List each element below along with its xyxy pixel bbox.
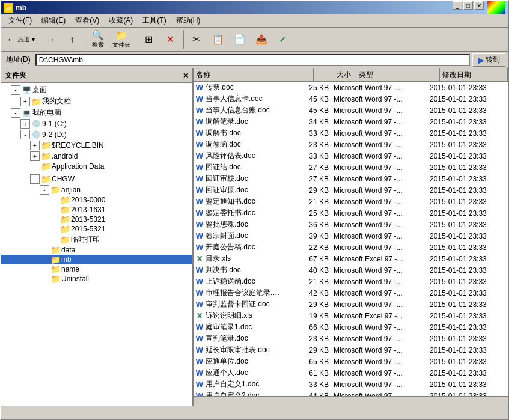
tree-item-mb[interactable]: 📁 mb (1, 255, 192, 264)
copy-button[interactable]: 📋 (208, 29, 228, 50)
search-icon: 🔍 (92, 29, 104, 41)
table-row[interactable]: W 调卷函.doc 23 KB Microsoft Word 97 -... 2… (194, 139, 508, 150)
tree-item-cdrive[interactable]: + 💿 9-1 (C:) (1, 118, 192, 129)
table-row[interactable]: W 延长审限审批表.doc 29 KB Microsoft Word 97 -.… (194, 344, 508, 356)
table-row[interactable]: W 宣判笔录.doc 23 KB Microsoft Word 97 -... … (194, 333, 508, 344)
tree-item-data[interactable]: 📁 data (1, 245, 192, 255)
horizontal-scrollbar[interactable] (194, 396, 508, 406)
folder-tree[interactable]: - 🖥️ 桌面 + 📁 我的文档 - 💻 (1, 83, 192, 406)
tree-item-2013-5321[interactable]: 📁 2013-5321 (1, 215, 192, 224)
expand-mypc[interactable]: - (11, 108, 20, 118)
tree-item-recycle[interactable]: + 📁 $RECYCLE.BIN (1, 140, 192, 151)
menu-view[interactable]: 查看(V) (70, 14, 104, 27)
file-date: 2015-01-01 23:33 (430, 300, 508, 309)
table-row[interactable]: W 鉴定通知书.doc 21 KB Microsoft Word 97 -...… (194, 196, 508, 207)
file-list[interactable]: W 传票.doc 25 KB Microsoft Word 97 -... 20… (194, 82, 508, 396)
file-type: Microsoft Word 97 -... (334, 358, 430, 366)
back-button[interactable]: ← 后退 ▼ (4, 29, 39, 50)
col-header-date[interactable]: 修改日期 (440, 68, 508, 81)
tree-item-mydocs[interactable]: + 📁 我的文档 (1, 96, 192, 107)
table-row[interactable]: W 鉴批惩殊.doc 36 KB Microsoft Word 97 -... … (194, 219, 508, 230)
expand-android[interactable]: + (30, 151, 40, 161)
file-name: 延长审限审批表.doc (206, 345, 285, 355)
menu-help[interactable]: 帮助(H) (171, 14, 206, 27)
tree-item-ddrive[interactable]: - 💿 9-2 (D:) (1, 129, 192, 140)
menu-tools[interactable]: 工具(T) (138, 14, 171, 27)
tree-item-name[interactable]: 📁 name (1, 264, 192, 274)
table-row[interactable]: W 判决书.doc 40 KB Microsoft Word 97 -... 2… (194, 264, 508, 276)
table-row[interactable]: W 回证结.doc 27 KB Microsoft Word 97 -... 2… (194, 162, 508, 173)
tree-item-2015-5321[interactable]: 📁 2015-5321 (1, 224, 192, 234)
table-row[interactable]: W 开庭公告稿.doc 22 KB Microsoft Word 97 -...… (194, 242, 508, 253)
up-button[interactable]: ↑ (62, 29, 82, 50)
cut-button[interactable]: ✂ (186, 29, 207, 50)
expand-recycle[interactable]: + (30, 141, 40, 150)
file-date: 2015-01-01 23:33 (430, 118, 508, 126)
anjian-icon: 📁 (50, 186, 60, 194)
tree-item-lsdy[interactable]: 📁 临时打印 (1, 234, 192, 245)
view-button[interactable]: ⊞ (139, 29, 159, 50)
close-button[interactable]: ✕ (474, 1, 484, 10)
forward-button[interactable]: → (40, 29, 61, 50)
table-row[interactable]: W 上诉稳送函.doc 21 KB Microsoft Word 97 -...… (194, 276, 508, 287)
col-header-type[interactable]: 类型 (356, 68, 440, 81)
tree-item-chgw[interactable]: - 📁 CHGW (1, 174, 192, 184)
menu-file[interactable]: 文件(F) (4, 14, 37, 27)
expand-ddrive[interactable]: - (20, 130, 30, 139)
uninstall-icon: 📁 (50, 275, 60, 283)
maximize-button[interactable]: □ (463, 1, 473, 10)
panel-close-button[interactable]: ✕ (183, 72, 189, 80)
paste-button[interactable]: 📄 (230, 29, 250, 50)
table-row[interactable]: W 调解笔录.doc 34 KB Microsoft Word 97 -... … (194, 116, 508, 127)
col-header-name[interactable]: 名称 (194, 68, 314, 81)
table-row[interactable]: W 审判监督卡回证.doc 29 KB Microsoft Word 97 -.… (194, 299, 508, 310)
expand-desktop[interactable]: - (11, 85, 20, 95)
expand-cdrive[interactable]: + (20, 119, 30, 129)
table-row[interactable]: W 应通单位.doc 65 KB Microsoft Word 97 -... … (194, 356, 508, 367)
table-row[interactable]: W 用户自定义1.doc 33 KB Microsoft Word 97 -..… (194, 379, 508, 390)
tree-item-2013-1631[interactable]: 📁 2013-1631 (1, 205, 192, 215)
table-row[interactable]: W 回证审核.doc 27 KB Microsoft Word 97 -... … (194, 173, 508, 184)
tree-item-android[interactable]: + 📁 .android (1, 151, 192, 162)
tree-item-mypc[interactable]: - 💻 我的电脑 (1, 107, 192, 118)
address-input[interactable] (35, 54, 470, 66)
table-row[interactable]: W 鉴定委托书.doc 25 KB Microsoft Word 97 -...… (194, 207, 508, 219)
table-row[interactable]: X 目录.xls 67 KB Microsoft Excel 97 -... 2… (194, 253, 508, 264)
folder-button[interactable]: 📁 文件夹 (109, 29, 133, 50)
go-button[interactable]: ▶ 转到 (472, 53, 505, 67)
tree-item-desktop[interactable]: - 🖥️ 桌面 (1, 84, 192, 96)
confirm-button[interactable]: ✓ (273, 29, 293, 50)
table-row[interactable]: W 传票.doc 25 KB Microsoft Word 97 -... 20… (194, 82, 508, 93)
table-row[interactable]: W 回证审原.doc 29 KB Microsoft Word 97 -... … (194, 184, 508, 196)
expand-chgw[interactable]: - (30, 174, 40, 184)
folder-icon: 📁 (115, 29, 127, 41)
table-row[interactable]: W 风险评估表.doc 33 KB Microsoft Word 97 -...… (194, 150, 508, 162)
table-row[interactable]: W 卷宗封面.doc 39 KB Microsoft Word 97 -... … (194, 230, 508, 242)
table-row[interactable]: W 调解书.doc 33 KB Microsoft Word 97 -... 2… (194, 127, 508, 139)
table-row[interactable]: W 审理报告合议庭笔录.doc 42 KB Microsoft Word 97 … (194, 287, 508, 299)
android-icon: 📁 (41, 152, 50, 160)
menu-favorites[interactable]: 收藏(A) (104, 14, 138, 27)
search-button[interactable]: 🔍 搜索 (88, 29, 108, 50)
tree-item-anjian[interactable]: - 📁 anjian (1, 184, 192, 195)
move-button[interactable]: 📤 (251, 29, 272, 50)
delete-button[interactable]: ✕ (160, 29, 181, 50)
tree-item-2013-0000[interactable]: 📁 2013-0000 (1, 195, 192, 205)
table-row[interactable]: W 用户自定义2.doc 44 KB Microsoft Word 97 -..… (194, 390, 508, 396)
minimize-button[interactable]: _ (453, 1, 462, 10)
tree-item-uninstall[interactable]: 📁 Uninstall (1, 274, 192, 284)
expand-anjian[interactable]: - (40, 185, 49, 195)
doc-file-icon: W (194, 208, 206, 218)
doc-file-icon: W (194, 106, 206, 115)
tree-item-appdata[interactable]: 📁 Application Data (1, 162, 192, 171)
table-row[interactable]: W 庭审笔录1.doc 66 KB Microsoft Word 97 -...… (194, 321, 508, 333)
col-header-size[interactable]: 大小 (314, 68, 356, 81)
file-size: 65 KB (285, 358, 334, 366)
expand-mydocs[interactable]: + (20, 97, 30, 106)
table-row[interactable]: X 诉讼说明细.xls 19 KB Microsoft Excel 97 -..… (194, 310, 508, 321)
table-row[interactable]: W 当事人信息台账.doc 45 KB Microsoft Word 97 -.… (194, 105, 508, 116)
table-row[interactable]: W 应通个人.doc 61 KB Microsoft Word 97 -... … (194, 367, 508, 379)
menu-edit[interactable]: 编辑(E) (37, 14, 70, 27)
table-row[interactable]: W 当事人信息卡.doc 45 KB Microsoft Word 97 -..… (194, 93, 508, 105)
file-date: 2015-01-01 23:33 (430, 95, 508, 103)
